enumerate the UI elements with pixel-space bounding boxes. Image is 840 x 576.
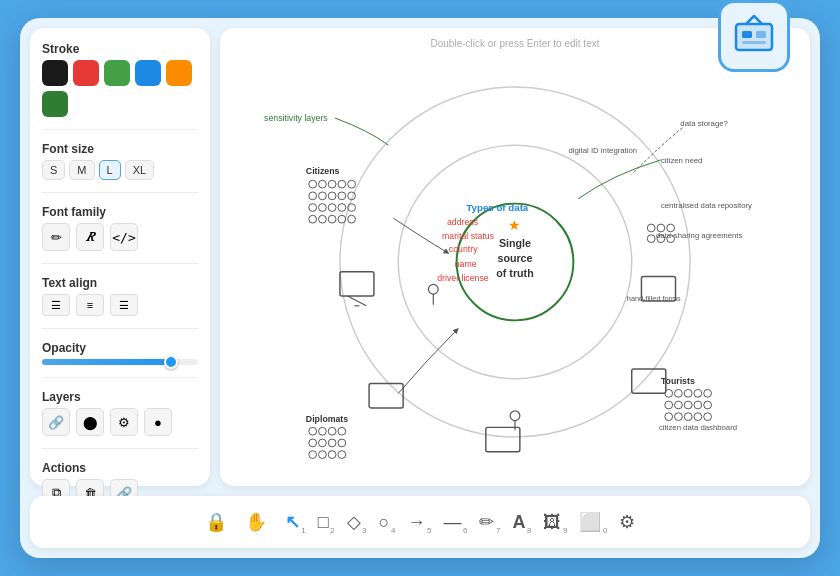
cursor-number: 1: [301, 526, 305, 535]
diagram-svg: ★ Single source of truth Types of data a…: [230, 48, 800, 476]
pencil-number: 7: [496, 526, 500, 535]
toolbar-image[interactable]: 🖼 9: [543, 513, 561, 531]
toolbar-text[interactable]: A 8: [512, 513, 525, 531]
layer-btn-4[interactable]: ●: [144, 408, 172, 436]
font-size-xl[interactable]: XL: [125, 160, 154, 180]
arrow-sensitivity: [335, 118, 389, 145]
text-align-section: Text align ☰ ≡ ☰: [42, 276, 198, 316]
hand-filled-label: hand-filled forms: [627, 294, 681, 303]
font-size-row: S M L XL: [42, 160, 198, 180]
font-size-m[interactable]: M: [69, 160, 94, 180]
svg-point-29: [338, 427, 346, 435]
diagram-wrapper[interactable]: ★ Single source of truth Types of data a…: [230, 48, 800, 476]
svg-point-40: [684, 389, 692, 397]
svg-point-34: [309, 451, 317, 459]
svg-point-25: [348, 215, 356, 223]
layer-btn-3[interactable]: ⚙: [110, 408, 138, 436]
toolbar-nodes[interactable]: ⚙: [619, 513, 635, 531]
divider-5: [42, 377, 198, 378]
svg-point-19: [338, 204, 346, 212]
color-green[interactable]: [104, 60, 130, 86]
font-size-s[interactable]: S: [42, 160, 65, 180]
toolbar-pencil[interactable]: ✏ 7: [479, 513, 494, 531]
toolbar-line[interactable]: — 6: [443, 513, 461, 531]
digital-id-label: digital ID integration: [569, 146, 638, 155]
svg-point-13: [328, 192, 336, 200]
actions-section: Actions ⧉ 🗑 🔗: [42, 461, 198, 496]
action-copy[interactable]: ⧉: [42, 479, 70, 496]
toolbar-circle[interactable]: ○ 4: [379, 513, 390, 531]
color-black[interactable]: [42, 60, 68, 86]
citizens-label: Citizens: [306, 166, 340, 176]
svg-point-39: [675, 389, 683, 397]
arrow-number: 5: [427, 526, 431, 535]
monitor-bottom-left: [369, 384, 403, 408]
color-blue[interactable]: [135, 60, 161, 86]
svg-point-10: [348, 180, 356, 188]
toolbar-diamond[interactable]: ◇ 3: [347, 513, 361, 531]
svg-point-33: [338, 439, 346, 447]
opacity-thumb[interactable]: [164, 355, 178, 369]
app-container: Stroke Font size S M L XL: [20, 18, 820, 558]
canvas-area: Double-click or press Enter to edit text…: [220, 28, 810, 486]
citizen-need-label: citizen need: [661, 156, 702, 165]
font-size-section: Font size S M L XL: [42, 142, 198, 180]
types-of-data-label: Types of data: [466, 202, 529, 213]
toolbar-lock[interactable]: 🔒: [205, 513, 227, 531]
svg-point-49: [675, 413, 683, 421]
left-panel: Stroke Font size S M L XL: [30, 28, 210, 486]
color-red[interactable]: [73, 60, 99, 86]
layer-btn-2[interactable]: ⬤: [76, 408, 104, 436]
image-icon: 🖼: [543, 513, 561, 531]
rect-number: 2: [330, 526, 334, 535]
center-text-line1: Single: [499, 237, 531, 249]
font-family-handwriting[interactable]: ✏: [42, 223, 70, 251]
svg-point-16: [309, 204, 317, 212]
stroke-section: Stroke: [42, 42, 198, 117]
pencil-icon: ✏: [479, 513, 494, 531]
toolbar-eraser[interactable]: ⬜ 0: [579, 513, 601, 531]
svg-point-51: [694, 413, 702, 421]
align-left[interactable]: ☰: [42, 294, 70, 316]
person-icon-1: [428, 284, 438, 294]
toolbar-hand[interactable]: ✋: [245, 513, 267, 531]
svg-point-22: [319, 215, 327, 223]
text-icon: A: [512, 513, 525, 531]
font-size-l[interactable]: L: [99, 160, 121, 180]
svg-rect-0: [736, 24, 772, 50]
toolbar-rectangle[interactable]: □ 2: [318, 513, 329, 531]
action-delete[interactable]: 🗑: [76, 479, 104, 496]
image-number: 9: [563, 526, 567, 535]
font-family-code[interactable]: </>: [110, 223, 138, 251]
svg-point-35: [319, 451, 327, 459]
svg-text:★: ★: [509, 218, 522, 233]
toolbar-cursor[interactable]: ↖ 1: [285, 513, 300, 531]
align-right[interactable]: ☰: [110, 294, 138, 316]
actions-label: Actions: [42, 461, 198, 475]
diplomats-icons: [309, 427, 346, 458]
toolbar-arrow[interactable]: → 5: [407, 513, 425, 531]
color-darkgreen[interactable]: [42, 91, 68, 117]
diplomats-label: Diplomats: [306, 414, 348, 424]
centralised-repo-label: centralised data repository: [661, 201, 752, 210]
person-bottom: [510, 411, 520, 421]
svg-rect-2: [742, 31, 752, 38]
svg-point-36: [328, 451, 336, 459]
cursor-icon: ↖: [285, 513, 300, 531]
svg-point-32: [328, 439, 336, 447]
circle-icon: ○: [379, 513, 390, 531]
layer-btn-1[interactable]: 🔗: [42, 408, 70, 436]
svg-point-53: [647, 224, 655, 232]
nodes-icon: ⚙: [619, 513, 635, 531]
text-number: 8: [527, 526, 531, 535]
eraser-number: 0: [603, 526, 607, 535]
align-center[interactable]: ≡: [76, 294, 104, 316]
action-link[interactable]: 🔗: [110, 479, 138, 496]
opacity-slider[interactable]: [42, 359, 198, 365]
font-family-serif[interactable]: 𝑅: [76, 223, 104, 251]
lock-icon: 🔒: [205, 513, 227, 531]
svg-point-23: [328, 215, 336, 223]
opacity-fill: [42, 359, 167, 365]
svg-point-6: [309, 180, 317, 188]
color-orange[interactable]: [166, 60, 192, 86]
